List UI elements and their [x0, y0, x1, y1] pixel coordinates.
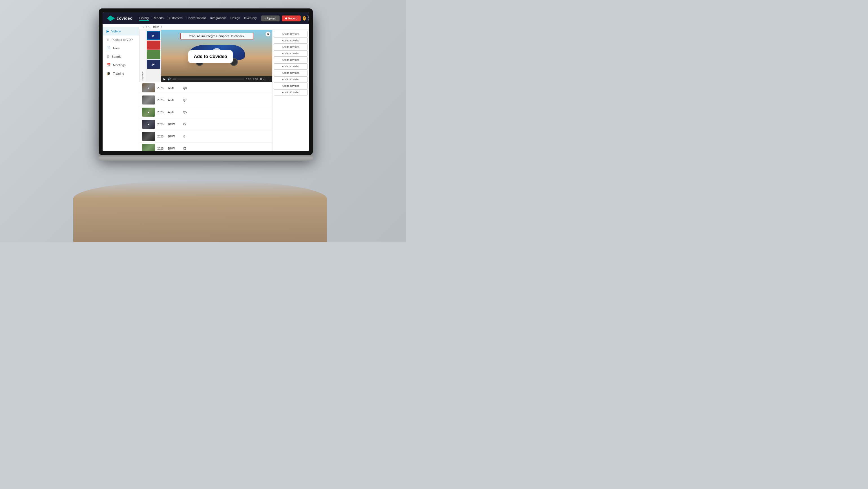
vehicle-thumb-4: ▶: [142, 120, 155, 129]
logo-icon: [107, 15, 115, 21]
add-covideo-btn-3[interactable]: Add to Covideo: [274, 44, 308, 50]
sidebar-item-meetings[interactable]: 📅 Meetings: [102, 61, 139, 69]
add-covideo-btn-7[interactable]: Add to Covideo: [274, 70, 308, 76]
add-covideo-btn-2[interactable]: Add to Covideo: [274, 37, 308, 44]
record-button[interactable]: Record: [282, 15, 301, 22]
video-progress-bar[interactable]: [173, 78, 244, 79]
upload-icon: ↑: [265, 17, 266, 20]
vehicle-year-5: 2025: [157, 135, 166, 138]
thumbnail-item-1[interactable]: ▶: [147, 31, 160, 40]
record-icon: [285, 18, 287, 20]
files-icon: 📄: [106, 46, 111, 50]
video-title-input[interactable]: [180, 33, 253, 39]
notification-badge[interactable]: 5: [303, 16, 306, 21]
sort-arrows[interactable]: ↑↓: [142, 26, 144, 28]
volume-button[interactable]: 🔊: [167, 77, 171, 80]
vehicle-model-5: i5: [183, 135, 270, 138]
sidebar-item-files-label: Files: [113, 46, 120, 50]
nav-design[interactable]: Design: [230, 16, 240, 21]
browse-header: ↑↓ 2 / ... How To: [139, 24, 309, 30]
sidebar-item-training[interactable]: 🎓 Training: [102, 69, 139, 78]
sidebar-item-meetings-label: Meetings: [113, 63, 126, 67]
progress-fill: [173, 78, 176, 79]
vehicle-year-6: 2025: [157, 147, 166, 150]
welcome-text: Welcome, Serena: [307, 15, 309, 22]
preview-section: Preview ▶ ▶: [139, 30, 272, 82]
vehicle-model-2: Q7: [183, 99, 270, 102]
sidebar-item-videos[interactable]: ▶ Videos: [102, 27, 139, 35]
video-controls: ▶ 🔊 0:02 / 2:38: [161, 76, 272, 82]
vehicle-make-3: Audi: [168, 111, 181, 114]
vehicle-row-6[interactable]: 2025 BMW X5: [139, 142, 272, 151]
hands-overlay: [73, 180, 327, 242]
add-covideo-btn-5[interactable]: Add to Covideo: [274, 57, 308, 63]
vehicle-row-2[interactable]: 2025 Audi Q7: [139, 94, 272, 106]
vehicle-row-5[interactable]: 2025 BMW i5: [139, 130, 272, 142]
browse-page-info: 2 / ...: [146, 26, 151, 28]
vehicle-year-2: 2025: [157, 99, 166, 102]
sidebar-item-vdp-label: Pushed to VDP: [112, 38, 133, 41]
vehicle-play-icon-4: ▶: [142, 120, 155, 129]
add-covideo-btn-6[interactable]: Add to Covideo: [274, 63, 308, 70]
logo: covideo: [107, 15, 132, 21]
nav-inventory[interactable]: Inventory: [244, 16, 257, 21]
nav-integrations[interactable]: Integrations: [210, 16, 226, 21]
add-covideo-btn-4[interactable]: Add to Covideo: [274, 51, 308, 57]
vehicle-play-icon-3: ▶: [142, 108, 155, 117]
video-close-button[interactable]: ✕: [266, 32, 271, 37]
sidebar-item-files[interactable]: 📄 Files: [102, 44, 139, 53]
vehicle-make-6: BMW: [168, 147, 181, 150]
right-panel: Add to Covideo Add to Covideo Add to Cov…: [272, 30, 309, 151]
upload-button[interactable]: ↑ Upload: [261, 15, 280, 22]
sidebar: ▶ Videos ⬆ Pushed to VDP 📄 Files ⊞ Board…: [102, 24, 139, 151]
add-covideo-btn-1[interactable]: Add to Covideo: [274, 31, 308, 37]
laptop-base: [99, 155, 313, 161]
add-covideo-btn-10[interactable]: Add to Covideo: [274, 89, 308, 96]
sidebar-item-boards[interactable]: ⊞ Boards: [102, 53, 139, 61]
nav-links: Library Reports Customers Conversations …: [139, 16, 257, 21]
thumbnail-item-4[interactable]: ▶: [147, 60, 160, 69]
videos-icon: ▶: [106, 29, 109, 33]
nav-customers[interactable]: Customers: [168, 16, 183, 21]
thumbnails-column: ▶ ▶: [146, 30, 161, 82]
top-navigation: covideo Library Reports Customers Conver…: [102, 12, 309, 24]
settings-button[interactable]: ⚙: [259, 77, 262, 80]
sidebar-item-videos-label: Videos: [111, 30, 121, 33]
add-covideo-btn-9[interactable]: Add to Covideo: [274, 83, 308, 89]
welcome-area: 5 Welcome, Serena 👤: [303, 15, 309, 22]
boards-icon: ⊞: [106, 55, 110, 59]
add-to-covideo-tooltip[interactable]: Add to Covideo: [188, 50, 233, 63]
sidebar-item-boards-label: Boards: [112, 55, 121, 58]
preview-label: Preview: [139, 30, 146, 82]
nav-conversations[interactable]: Conversations: [187, 16, 206, 21]
video-player: ✕: [161, 30, 272, 82]
nav-actions: ↑ Upload Record 5 Welcome, Serena 👤: [261, 15, 309, 22]
thumbnail-item-3[interactable]: [147, 50, 160, 59]
vehicle-thumb-6: [142, 144, 155, 151]
thumbnail-item-2[interactable]: [147, 40, 160, 50]
pushed-vdp-icon: ⬆: [106, 38, 110, 42]
sidebar-item-training-label: Training: [113, 72, 124, 75]
vehicle-year-1: 2025: [157, 87, 166, 90]
vehicle-model-3: Q5: [183, 111, 270, 114]
vehicle-row-4[interactable]: ▶ 2025 BMW X7: [139, 118, 272, 130]
vehicle-model-4: X7: [183, 123, 270, 126]
nav-library[interactable]: Library: [139, 16, 149, 21]
vehicle-year-3: 2025: [157, 111, 166, 114]
more-options-button[interactable]: ⋮: [267, 77, 270, 80]
play-pause-button[interactable]: ▶: [163, 77, 166, 80]
vehicle-thumb-3: ▶: [142, 108, 155, 117]
vehicle-year-4: 2025: [157, 123, 166, 126]
add-covideo-btn-8[interactable]: Add to Covideo: [274, 76, 308, 83]
vehicle-make-2: Audi: [168, 99, 181, 102]
thumb-play-4: ▶: [147, 60, 160, 69]
sidebar-item-pushed-to-vdp[interactable]: ⬆ Pushed to VDP: [102, 35, 139, 44]
vehicle-row-3[interactable]: ▶ 2025 Audi Q5: [139, 106, 272, 118]
fullscreen-button[interactable]: ⛶: [263, 77, 266, 80]
main-area: ▶ Videos ⬆ Pushed to VDP 📄 Files ⊞ Board…: [102, 24, 309, 151]
vehicle-model-6: X5: [183, 147, 270, 150]
vehicle-thumb-5: [142, 132, 155, 141]
content-split: Preview ▶ ▶: [139, 30, 309, 151]
vehicle-row-1[interactable]: ▶ 2025 Audi Q8: [139, 82, 272, 94]
nav-reports[interactable]: Reports: [153, 16, 164, 21]
